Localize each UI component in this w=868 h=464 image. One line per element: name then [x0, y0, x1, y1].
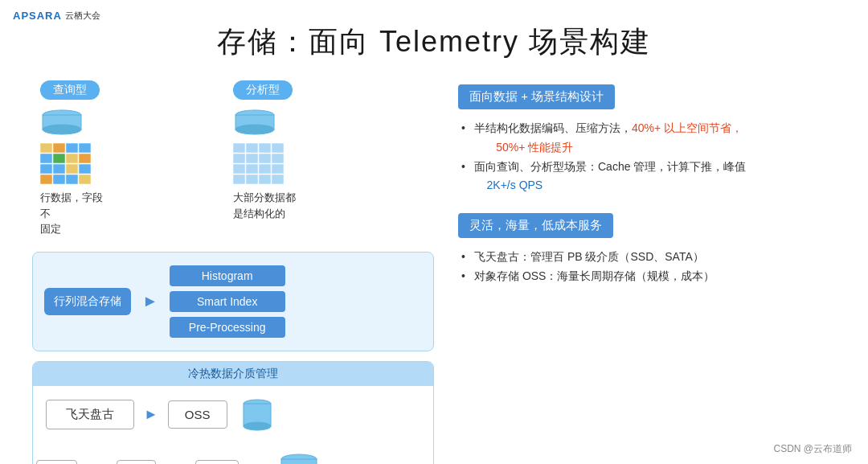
svg-rect-6 [79, 143, 91, 153]
query-type-label: 查询型 [40, 80, 100, 100]
svg-rect-4 [53, 143, 65, 153]
svg-point-21 [235, 125, 274, 134]
oss-cylinder-icon [242, 397, 272, 433]
page-title: 存储：面向 Telemetry 场景构建 [0, 23, 868, 62]
ssd-arrow-icon: ⟹ [164, 462, 187, 465]
analysis-type-desc: 大部分数据都是结构化的 [233, 190, 296, 221]
svg-rect-33 [272, 164, 284, 174]
bullet-3: 飞天盘古：管理百 PB 级介质（SSD、SATA） [461, 248, 836, 267]
bullet-1-text: 半结构化数据编码、压缩方法， [474, 121, 632, 134]
left-panel: 查询型 [32, 80, 434, 464]
svg-rect-16 [53, 175, 65, 184]
svg-rect-29 [272, 154, 284, 163]
bullet-1: 半结构化数据编码、压缩方法，40%+ 以上空间节省， 50%+ 性能提升 [461, 119, 836, 158]
section-data-design: 面向数据 + 场景结构设计 半结构化数据编码、压缩方法，40%+ 以上空间节省，… [458, 84, 836, 195]
bullet-4: 对象存储 OSS：海量长周期存储（规模，成本） [461, 267, 836, 286]
svg-rect-28 [259, 154, 271, 163]
section2-header: 灵活，海量，低成本服务 [458, 213, 613, 238]
oss-box: OSS [168, 400, 227, 429]
svg-point-40 [244, 422, 271, 430]
section1-bullets: 半结构化数据编码、压缩方法，40%+ 以上空间节省， 50%+ 性能提升 面向查… [458, 119, 836, 195]
svg-rect-11 [40, 164, 52, 174]
svg-rect-15 [40, 175, 52, 184]
svg-rect-34 [233, 175, 245, 184]
svg-rect-13 [66, 164, 78, 174]
svg-rect-26 [233, 154, 245, 163]
svg-rect-14 [79, 164, 91, 174]
svg-rect-32 [259, 164, 271, 174]
query-grid-icon [40, 143, 92, 185]
sata-arrow-icon: ⟹ [247, 462, 270, 465]
svg-rect-3 [40, 143, 52, 153]
svg-rect-25 [272, 143, 284, 153]
analysis-type-block: 分析型 [233, 80, 296, 221]
storage-label: 行列混合存储 [44, 288, 131, 315]
bullet-2: 面向查询、分析型场景：Cache 管理，计算下推，峰值 2K+/s QPS [461, 158, 836, 196]
svg-rect-5 [66, 143, 78, 153]
index-item-smart-index: Smart Index [170, 291, 285, 312]
svg-rect-22 [233, 143, 245, 153]
svg-rect-18 [79, 175, 91, 184]
ssd-box: SSD [117, 460, 156, 464]
svg-rect-12 [53, 164, 65, 174]
svg-rect-42 [281, 459, 317, 465]
svg-rect-35 [246, 175, 258, 184]
cold-hot-section: 冷热数据介质管理 飞天盘古 ► OSS Mem ⟹ SSD ⟹ SATA ⟹ [32, 361, 434, 465]
svg-point-2 [43, 125, 81, 134]
svg-rect-30 [233, 164, 245, 174]
bullet-2-highlight: 2K+/s QPS [487, 179, 543, 191]
section2-bullets: 飞天盘古：管理百 PB 级介质（SSD、SATA） 对象存储 OSS：海量长周期… [458, 248, 836, 286]
cylinder-icon [40, 109, 84, 135]
section1-header: 面向数据 + 场景结构设计 [458, 84, 615, 109]
svg-rect-10 [79, 154, 91, 163]
sata-box: SATA [195, 460, 239, 464]
svg-rect-17 [66, 175, 78, 184]
index-item-histogram: Histogram [170, 265, 285, 286]
cold-hot-header: 冷热数据介质管理 [33, 362, 433, 386]
analysis-grid-icon [233, 143, 285, 185]
index-item-preprocessing: Pre-Processing [170, 317, 285, 338]
svg-rect-31 [246, 164, 258, 174]
analysis-type-label: 分析型 [233, 80, 293, 100]
footer-text: CSDN @云布道师 [773, 442, 852, 456]
bottom-storage-row: Mem ⟹ SSD ⟹ SATA ⟹ 归档 [33, 452, 433, 465]
svg-rect-8 [53, 154, 65, 163]
mem-arrow-icon: ⟹ [85, 462, 108, 465]
svg-rect-9 [66, 154, 78, 163]
query-type-block: 查询型 [40, 80, 113, 237]
svg-rect-23 [246, 143, 258, 153]
svg-rect-27 [246, 154, 258, 163]
svg-rect-37 [272, 175, 284, 184]
svg-rect-24 [259, 143, 271, 153]
query-type-desc: 行数据，字段不固定 [40, 190, 113, 237]
pangu-box: 飞天盘古 [46, 400, 134, 429]
archive-cylinder: 归档 [278, 452, 320, 465]
types-row: 查询型 [32, 80, 434, 237]
logo: APSARA 云栖大会 [13, 10, 100, 22]
right-panel: 面向数据 + 场景结构设计 半结构化数据编码、压缩方法，40%+ 以上空间节省，… [458, 84, 836, 304]
svg-rect-36 [259, 175, 271, 184]
storage-section: 行列混合存储 ► Histogram Smart Index Pre-Proce… [32, 252, 434, 351]
mem-box: Mem [36, 460, 77, 464]
index-list: Histogram Smart Index Pre-Processing [170, 265, 285, 338]
logo-brand: APSARA [13, 10, 62, 22]
section-flexible-service: 灵活，海量，低成本服务 飞天盘古：管理百 PB 级介质（SSD、SATA） 对象… [458, 213, 836, 286]
svg-rect-7 [40, 154, 52, 163]
cold-hot-body: 飞天盘古 ► OSS [33, 386, 433, 444]
logo-cn: 云栖大会 [65, 10, 100, 22]
pangu-oss-arrow-icon: ► [144, 406, 158, 423]
analysis-cylinder-icon [233, 109, 276, 135]
arrow-right-icon: ► [142, 292, 158, 310]
archive-cylinder-icon: 归档 [278, 452, 320, 465]
